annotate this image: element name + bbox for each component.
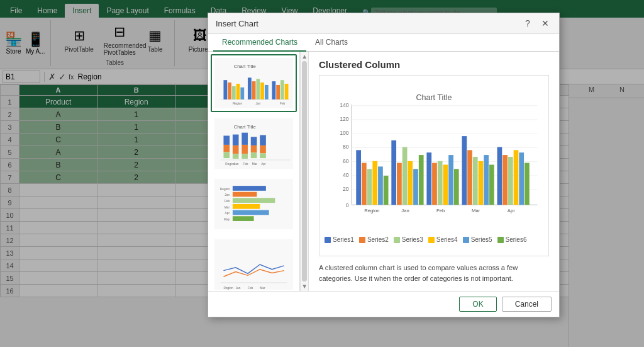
svg-rect-43: [233, 198, 275, 203]
svg-rect-123: [525, 163, 530, 205]
chart-preview: Chart Title 0 20 40 60: [319, 75, 549, 256]
svg-rect-32: [260, 135, 266, 145]
legend-series6-label: Series6: [506, 236, 527, 243]
svg-rect-6: [248, 77, 252, 100]
legend-series6-dot: [497, 237, 504, 243]
svg-text:Feb: Feb: [248, 287, 253, 290]
tab-all-charts[interactable]: All Charts: [306, 34, 357, 52]
svg-rect-45: [233, 210, 269, 215]
scroll-down-arrow[interactable]: ▼: [301, 283, 308, 290]
svg-rect-9: [260, 82, 264, 100]
svg-rect-5: [240, 88, 244, 100]
svg-rect-109: [454, 169, 459, 205]
chart-legend: Series1 Series2 Series3 Series4: [325, 236, 543, 243]
svg-rect-122: [519, 152, 524, 205]
legend-series2-dot: [359, 237, 365, 243]
svg-rect-14: [285, 84, 289, 100]
svg-rect-95: [384, 176, 389, 205]
chart-thumb-3[interactable]: Region Jan Feb Mar Apr May: [211, 175, 297, 233]
chart-detail-title: Clustered Column: [319, 59, 549, 70]
svg-rect-10: [265, 85, 269, 100]
legend-series2: Series2: [359, 236, 389, 243]
legend-series1: Series1: [325, 236, 354, 243]
svg-text:Mar: Mar: [252, 162, 258, 166]
svg-rect-94: [378, 166, 383, 205]
dialog-title-bar: Insert Chart ? ✕: [208, 13, 559, 34]
legend-series1-label: Series1: [333, 236, 354, 243]
svg-text:Apr: Apr: [225, 212, 230, 215]
legend-series4: Series4: [428, 236, 458, 243]
svg-rect-105: [432, 163, 437, 205]
svg-text:Feb: Feb: [225, 200, 230, 203]
svg-text:Region: Region: [223, 287, 233, 290]
scroll-up-arrow[interactable]: ▲: [301, 53, 308, 60]
legend-series4-label: Series4: [436, 236, 458, 243]
chart-thumb-1[interactable]: Chart Title: [211, 54, 297, 112]
legend-series2-label: Series2: [367, 236, 389, 243]
dialog-controls: ? ✕: [521, 17, 552, 30]
svg-text:Feb: Feb: [436, 208, 445, 213]
svg-rect-90: [356, 150, 361, 205]
svg-text:Chart Title: Chart Title: [234, 64, 256, 69]
svg-text:Jan: Jan: [401, 208, 409, 213]
svg-text:Chart Title: Chart Title: [416, 93, 452, 102]
scroll-thumb[interactable]: [302, 61, 307, 282]
dialog-cancel-btn[interactable]: Cancel: [502, 297, 552, 312]
svg-text:Jan: Jan: [225, 193, 230, 196]
svg-text:Mar: Mar: [225, 206, 230, 209]
svg-rect-44: [233, 204, 260, 209]
svg-text:Mar: Mar: [472, 208, 480, 213]
svg-text:0: 0: [346, 202, 349, 208]
svg-rect-121: [514, 150, 519, 205]
dialog-close-btn[interactable]: ✕: [539, 17, 552, 30]
svg-rect-106: [438, 161, 443, 205]
svg-rect-12: [276, 85, 280, 100]
svg-rect-111: [462, 136, 467, 205]
svg-rect-7: [252, 81, 256, 100]
svg-rect-34: [260, 153, 266, 158]
chart-thumb-1-img: Chart Title: [214, 58, 293, 108]
dialog-ok-btn[interactable]: OK: [459, 297, 496, 312]
svg-rect-108: [448, 155, 453, 205]
svg-rect-118: [497, 147, 502, 205]
svg-text:Jan: Jan: [236, 287, 241, 290]
svg-rect-30: [251, 145, 257, 153]
svg-rect-102: [419, 155, 424, 205]
legend-series3-label: Series3: [402, 236, 423, 243]
chart-thumb-2[interactable]: Chart Title: [211, 115, 297, 173]
svg-text:Jan: Jan: [234, 162, 239, 166]
svg-text:Apr: Apr: [508, 208, 515, 213]
legend-series3: Series3: [394, 236, 423, 243]
svg-rect-116: [489, 165, 494, 205]
svg-rect-20: [223, 135, 230, 144]
svg-text:Chart Title: Chart Title: [234, 124, 256, 130]
svg-rect-97: [391, 140, 396, 205]
chart-thumb-4[interactable]: Region Jan Feb Mar: [211, 236, 297, 291]
chart-thumb-4-img: Region Jan Feb Mar: [214, 239, 293, 290]
chart-list-scrollbar[interactable]: ▲ ▼: [300, 52, 308, 291]
chart-thumbnails-panel: Chart Title: [208, 52, 309, 291]
svg-rect-114: [479, 161, 484, 205]
svg-text:Feb: Feb: [280, 102, 286, 105]
dialog-help-btn[interactable]: ?: [521, 17, 534, 30]
legend-series3-dot: [394, 237, 400, 243]
legend-series1-dot: [325, 237, 331, 243]
svg-text:40: 40: [343, 172, 349, 178]
dialog-title: Insert Chart: [216, 19, 258, 28]
chart-detail-panel: Clustered Column Chart Title 0 20: [309, 52, 559, 291]
svg-text:Region: Region: [364, 208, 379, 213]
svg-rect-41: [233, 186, 266, 191]
tab-recommended-charts[interactable]: Recommended Charts: [213, 34, 306, 52]
svg-rect-42: [233, 192, 257, 197]
svg-text:Mar: Mar: [260, 287, 265, 290]
svg-rect-101: [413, 169, 418, 205]
svg-rect-107: [443, 165, 448, 205]
svg-rect-4: [236, 84, 240, 100]
svg-rect-21: [223, 145, 230, 152]
insert-chart-dialog: Insert Chart ? ✕ Recommended Charts All …: [208, 13, 560, 317]
svg-rect-28: [242, 154, 248, 159]
svg-rect-33: [260, 145, 266, 154]
svg-rect-112: [467, 150, 472, 205]
svg-text:80: 80: [343, 144, 349, 150]
chart-thumb-2-img: Chart Title: [214, 118, 293, 169]
